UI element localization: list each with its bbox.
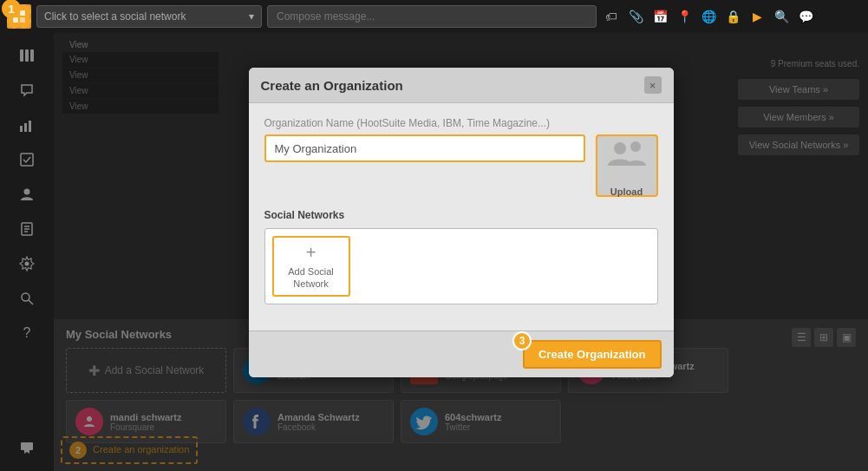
- create-organization-button[interactable]: 3 Create Organization: [523, 340, 662, 369]
- svg-rect-5: [25, 49, 29, 62]
- sidebar-item-help[interactable]: ?: [8, 317, 46, 349]
- svg-rect-8: [24, 123, 27, 132]
- svg-rect-7: [20, 126, 23, 132]
- play-icon[interactable]: ▶: [747, 7, 767, 26]
- globe-icon[interactable]: 🌐: [699, 7, 718, 26]
- sidebar-item-search[interactable]: [8, 283, 46, 314]
- dialog-body: Organization Name (HootSuite Media, IBM,…: [249, 103, 674, 330]
- svg-rect-6: [30, 49, 34, 62]
- top-toolbar: 1 Click to select a social network ▾ Com…: [0, 0, 868, 33]
- step-badge-3: 3: [512, 331, 532, 350]
- dialog-title: Create an Organization: [261, 78, 403, 93]
- dialog-header: Create an Organization ×: [249, 68, 674, 103]
- social-network-select[interactable]: Click to select a social network ▾: [36, 5, 262, 28]
- social-select-text: Click to select a social network: [44, 10, 186, 23]
- sidebar-item-streams[interactable]: [8, 40, 46, 71]
- svg-rect-10: [21, 154, 33, 166]
- sidebar-item-reports[interactable]: [8, 213, 46, 245]
- org-row: Upload: [264, 134, 658, 197]
- step-badge-1: 1: [2, 0, 21, 18]
- location-icon[interactable]: 📍: [675, 7, 694, 26]
- sidebar-bottom: [8, 433, 46, 471]
- svg-point-21: [614, 142, 626, 154]
- sidebar-item-settings[interactable]: [8, 248, 46, 279]
- svg-rect-2: [13, 17, 18, 23]
- dialog-footer: 3 Create Organization: [249, 330, 674, 377]
- svg-point-17: [22, 293, 29, 301]
- create-org-dialog: Create an Organization × Organization Na…: [249, 68, 674, 377]
- sidebar-item-compose[interactable]: [8, 75, 46, 106]
- people-icon: [606, 134, 648, 183]
- sidebar-item-analytics[interactable]: [8, 109, 46, 141]
- left-sidebar: ?: [0, 33, 54, 471]
- svg-line-18: [29, 300, 33, 304]
- svg-rect-4: [20, 49, 23, 62]
- add-network-label: Add SocialNetwork: [288, 266, 334, 289]
- compose-input[interactable]: Compose message...: [267, 5, 597, 28]
- svg-point-16: [25, 262, 29, 266]
- attachment-icon[interactable]: 📎: [626, 7, 645, 26]
- message-icon[interactable]: 💬: [796, 7, 815, 26]
- svg-rect-3: [20, 17, 25, 23]
- create-org-btn-label: Create Organization: [538, 348, 646, 361]
- sidebar-item-contacts[interactable]: [8, 179, 46, 210]
- lock-icon[interactable]: 🔒: [723, 7, 742, 26]
- calendar-icon[interactable]: 📅: [650, 7, 669, 26]
- svg-rect-9: [29, 121, 31, 132]
- svg-point-22: [630, 141, 641, 152]
- dialog-close-button[interactable]: ×: [644, 76, 662, 94]
- org-name-hint: (HootSuite Media, IBM, Time Magazine...): [356, 117, 550, 129]
- sidebar-item-bottom[interactable]: [8, 433, 46, 464]
- svg-rect-19: [21, 442, 33, 450]
- main-content: 9 Premium seats used. View Teams » View …: [54, 33, 868, 471]
- sidebar-item-tasks[interactable]: [8, 144, 46, 175]
- svg-point-11: [24, 189, 30, 195]
- search-icon[interactable]: 🔍: [772, 7, 791, 26]
- svg-rect-1: [20, 10, 25, 16]
- social-networks-box: + Add SocialNetwork: [264, 228, 658, 304]
- select-arrow-icon: ▾: [249, 10, 254, 23]
- add-network-plus-icon: +: [306, 243, 317, 263]
- upload-label: Upload: [610, 186, 643, 197]
- compose-placeholder: Compose message...: [277, 10, 375, 23]
- add-network-button[interactable]: + Add SocialNetwork: [272, 236, 350, 297]
- upload-button[interactable]: Upload: [596, 134, 658, 197]
- social-networks-label: Social Networks: [264, 209, 658, 221]
- toolbar-icons: 🏷 📎 📅 📍 🌐 🔒 ▶ 🔍 💬: [602, 7, 815, 26]
- org-name-label: Organization Name (HootSuite Media, IBM,…: [264, 117, 658, 129]
- modal-overlay: Create an Organization × Organization Na…: [54, 33, 868, 471]
- tag-icon[interactable]: 🏷: [602, 7, 621, 26]
- org-name-input[interactable]: [264, 134, 585, 162]
